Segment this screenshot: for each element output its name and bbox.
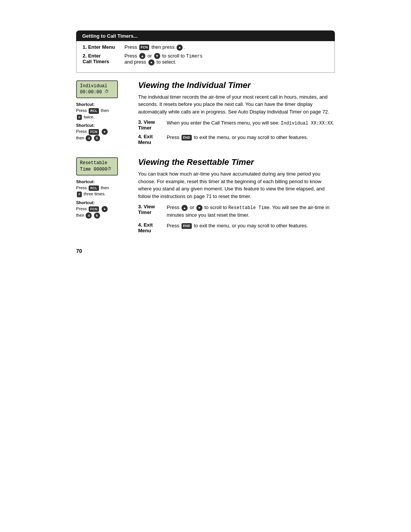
num5-circle-1: 5 xyxy=(94,135,100,141)
individual-left-col: Individual 00:00:00 ⏱ Shortcut: Press RC… xyxy=(76,80,131,145)
resettable-lcd-line2: Time 00000⏱ xyxy=(80,166,114,173)
page: Getting to Call Timers... 1. Enter Menu … xyxy=(0,0,411,532)
individual-step-3-content: When you enter the Call Timers menu, you… xyxy=(167,119,335,127)
resettable-shortcut-1-label: Shortcut: xyxy=(76,179,131,184)
resettable-left-col: Resettable Time 00000⏱ Shortcut: Press R… xyxy=(76,157,131,222)
resettable-step-4: 4. ExitMenu Press END to exit the menu, … xyxy=(138,222,335,233)
hash-badge-1: # xyxy=(77,115,82,120)
resettable-lcd: Resettable Time 00000⏱ xyxy=(76,157,118,176)
getting-box-content: 1. Enter Menu Press FCN then press ●. 2.… xyxy=(76,41,335,73)
num6-circle-1: 6 xyxy=(94,212,100,219)
resettable-mono: Resettable Time xyxy=(228,205,269,211)
step-1-desc: Press FCN then press ●. xyxy=(124,44,328,51)
shortcut-2-text: Press FCN ● then 4 5 xyxy=(76,128,131,141)
individual-lcd-line2: 00:00:00 ⏱ xyxy=(80,89,114,96)
resettable-shortcut-1-text: Press RCL then # three times. xyxy=(76,185,131,197)
individual-step-4-content: Press END to exit the menu, or you may s… xyxy=(167,134,335,141)
content-area: Getting to Call Timers... 1. Enter Menu … xyxy=(76,30,335,254)
end-badge-2: END xyxy=(182,223,192,229)
ok-circle-3: ● xyxy=(102,206,108,212)
ok2-circle: ● xyxy=(148,59,155,66)
num4-circle-1: 4 xyxy=(86,135,92,141)
individual-step-4-label: 4. ExitMenu xyxy=(138,134,167,145)
step-row-1: 1. Enter Menu Press FCN then press ●. xyxy=(83,44,328,51)
timer-icon-1: ⏱ xyxy=(105,90,109,94)
up-circle-2: ▲ xyxy=(182,205,188,211)
resettable-step-4-content: Press END to exit the menu, or you may s… xyxy=(167,222,335,230)
individual-body: The individual timer records the air-tim… xyxy=(138,93,335,116)
down-circle: ▼ xyxy=(154,53,160,59)
individual-mono: Individual XX:XX:XX xyxy=(281,121,333,126)
individual-shortcut-1: Shortcut: Press RCL then # twice. xyxy=(76,102,131,120)
shortcut-1-text: Press RCL then # twice. xyxy=(76,107,131,120)
timers-mono: Timers xyxy=(186,54,202,59)
getting-box-header: Getting to Call Timers... xyxy=(76,30,335,41)
step-2-desc: Press ▲ or ▼ to scroll to Timers and pre… xyxy=(124,53,328,66)
resettable-step-3: 3. ViewTimer Press ▲ or ▼ to scroll to R… xyxy=(138,204,335,219)
resettable-step-3-content: Press ▲ or ▼ to scroll to Resettable Tim… xyxy=(167,204,335,219)
end-badge-1: END xyxy=(182,135,192,141)
fcn-badge-2: FCN xyxy=(89,129,99,135)
up-circle: ▲ xyxy=(139,53,145,59)
resettable-step-4-label: 4. ExitMenu xyxy=(138,222,167,233)
shortcut-2-label: Shortcut: xyxy=(76,123,131,128)
fcn-badge: FCN xyxy=(139,45,150,50)
individual-right-col: Viewing the Individual Timer The individ… xyxy=(138,80,335,149)
individual-step-3-label: 3. ViewTimer xyxy=(138,119,167,131)
num4-circle-2: 4 xyxy=(86,212,92,219)
ok-circle-2: ● xyxy=(102,129,108,135)
getting-box-title: Getting to Call Timers... xyxy=(82,33,138,39)
resettable-steps: 3. ViewTimer Press ▲ or ▼ to scroll to R… xyxy=(138,204,335,233)
getting-to-call-timers-section: Getting to Call Timers... 1. Enter Menu … xyxy=(76,30,335,73)
individual-timer-section: Individual 00:00:00 ⏱ Shortcut: Press RC… xyxy=(76,80,335,149)
resettable-shortcut-2: Shortcut: Press FCN ● then 4 6 xyxy=(76,200,131,219)
resettable-body: You can track how much air-time you have… xyxy=(138,170,335,200)
individual-steps: 3. ViewTimer When you enter the Call Tim… xyxy=(138,119,335,145)
individual-lcd: Individual 00:00:00 ⏱ xyxy=(76,80,118,99)
resettable-step-3-label: 3. ViewTimer xyxy=(138,204,167,215)
resettable-right-col: Viewing the Resettable Timer You can tra… xyxy=(138,157,335,236)
individual-shortcut-2: Shortcut: Press FCN ● then 4 5 xyxy=(76,123,131,141)
resettable-timer-section: Resettable Time 00000⏱ Shortcut: Press R… xyxy=(76,157,335,236)
resettable-title: Viewing the Resettable Timer xyxy=(138,157,335,167)
individual-step-3: 3. ViewTimer When you enter the Call Tim… xyxy=(138,119,335,131)
timer-icon-2: ⏱ xyxy=(107,167,112,171)
rcl-badge-1: RCL xyxy=(89,108,99,114)
rcl-badge-2: RCL xyxy=(89,185,99,191)
resettable-shortcut-2-text: Press FCN ● then 4 6 xyxy=(76,206,131,219)
resettable-lcd-line1: Resettable xyxy=(80,160,114,166)
step-1-label: 1. Enter Menu xyxy=(83,44,124,50)
hash-badge-2: # xyxy=(77,192,82,197)
page-number: 70 xyxy=(76,248,335,254)
ok-circle: ● xyxy=(177,45,183,51)
fcn-badge-3: FCN xyxy=(89,206,99,212)
individual-title: Viewing the Individual Timer xyxy=(138,80,335,90)
individual-lcd-line1: Individual xyxy=(80,83,114,89)
step-2-label: 2. EnterCall Timers xyxy=(83,53,124,64)
shortcut-1-label: Shortcut: xyxy=(76,102,131,107)
step-row-2: 2. EnterCall Timers Press ▲ or ▼ to scro… xyxy=(83,53,328,66)
individual-step-4: 4. ExitMenu Press END to exit the menu, … xyxy=(138,134,335,145)
resettable-shortcut-2-label: Shortcut: xyxy=(76,200,131,205)
down-circle-2: ▼ xyxy=(196,205,202,211)
resettable-shortcut-1: Shortcut: Press RCL then # three times. xyxy=(76,179,131,197)
